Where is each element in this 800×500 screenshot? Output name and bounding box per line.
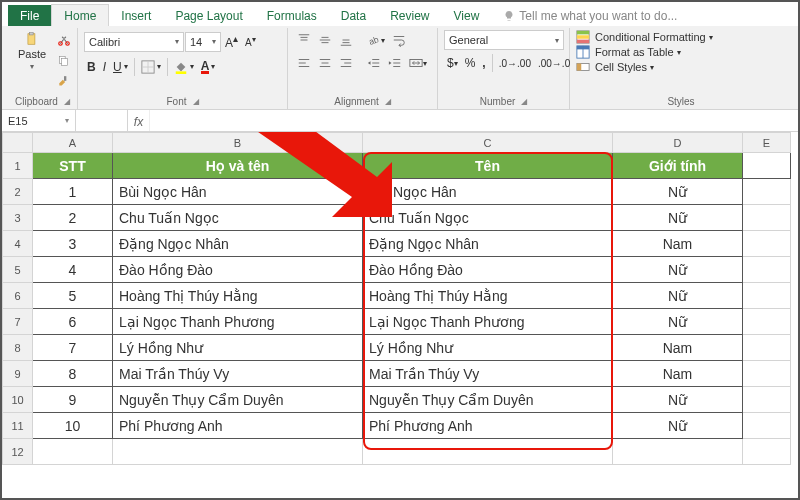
cell-stt[interactable]: 6	[33, 309, 113, 335]
cell-sex[interactable]: Nam	[613, 335, 743, 361]
cell-ten[interactable]: Đặng Ngọc Nhân	[363, 231, 613, 257]
increase-indent-button[interactable]	[385, 53, 405, 73]
row-header[interactable]: 6	[3, 283, 33, 309]
row-header[interactable]: 4	[3, 231, 33, 257]
cell-stt[interactable]: 2	[33, 205, 113, 231]
increase-decimal-button[interactable]: .0→.00	[496, 55, 534, 72]
cell-sex[interactable]: Nữ	[613, 205, 743, 231]
cell-ten[interactable]: Đào Hồng Đào	[363, 257, 613, 283]
cell-name[interactable]: Chu Tuấn Ngọc	[113, 205, 363, 231]
tell-me[interactable]: Tell me what you want to do...	[491, 5, 689, 26]
cell[interactable]	[33, 439, 113, 465]
col-header-B[interactable]: B	[113, 133, 363, 153]
underline-button[interactable]: U▾	[110, 57, 131, 77]
header-hovaten[interactable]: Họ và tên	[113, 153, 363, 179]
decrease-indent-button[interactable]	[364, 53, 384, 73]
cell-sex[interactable]: Nữ	[613, 283, 743, 309]
cell-name[interactable]: Đặng Ngọc Nhân	[113, 231, 363, 257]
wrap-text-button[interactable]	[389, 30, 409, 50]
cell[interactable]	[743, 205, 791, 231]
cell[interactable]	[613, 439, 743, 465]
comma-format-button[interactable]: ,	[479, 53, 488, 73]
col-header-C[interactable]: C	[363, 133, 613, 153]
font-name-select[interactable]: Calibri▾	[84, 32, 184, 52]
cell[interactable]	[113, 439, 363, 465]
cell[interactable]	[743, 387, 791, 413]
cell[interactable]	[743, 283, 791, 309]
cell-stt[interactable]: 1	[33, 179, 113, 205]
tab-file[interactable]: File	[8, 5, 51, 26]
cell[interactable]	[743, 413, 791, 439]
cell[interactable]	[743, 257, 791, 283]
cell-ten[interactable]: Mai Trần Thúy Vy	[363, 361, 613, 387]
cell-sex[interactable]: Nữ	[613, 413, 743, 439]
cell-ten[interactable]: Nguyễn Thụy Cẩm Duyên	[363, 387, 613, 413]
cell-stt[interactable]: 10	[33, 413, 113, 439]
tab-view[interactable]: View	[442, 5, 492, 26]
dialog-launcher-icon[interactable]: ◢	[385, 97, 391, 106]
tab-review[interactable]: Review	[378, 5, 441, 26]
row-header[interactable]: 8	[3, 335, 33, 361]
cell[interactable]	[743, 439, 791, 465]
align-top-button[interactable]	[294, 30, 314, 50]
cell[interactable]	[743, 179, 791, 205]
cell[interactable]	[743, 361, 791, 387]
cell[interactable]	[363, 439, 613, 465]
cell-name[interactable]: Nguyễn Thụy Cẩm Duyên	[113, 387, 363, 413]
cell-sex[interactable]: Nữ	[613, 257, 743, 283]
cell[interactable]	[743, 309, 791, 335]
cell-name[interactable]: Mai Trần Thúy Vy	[113, 361, 363, 387]
align-middle-button[interactable]	[315, 30, 335, 50]
orientation-button[interactable]: ab▾	[364, 30, 388, 50]
cell-name[interactable]: Phí Phương Anh	[113, 413, 363, 439]
align-left-button[interactable]	[294, 53, 314, 73]
col-header-A[interactable]: A	[33, 133, 113, 153]
cell-stt[interactable]: 4	[33, 257, 113, 283]
cell-stt[interactable]: 8	[33, 361, 113, 387]
cell-name[interactable]: Lý Hồng Như	[113, 335, 363, 361]
tab-page-layout[interactable]: Page Layout	[163, 5, 254, 26]
cell[interactable]	[743, 231, 791, 257]
align-bottom-button[interactable]	[336, 30, 356, 50]
dialog-launcher-icon[interactable]: ◢	[521, 97, 527, 106]
tab-formulas[interactable]: Formulas	[255, 5, 329, 26]
cell-name[interactable]: Hoàng Thị Thúy Hằng	[113, 283, 363, 309]
cell[interactable]	[743, 335, 791, 361]
cell-ten[interactable]: Lý Hồng Như	[363, 335, 613, 361]
align-right-button[interactable]	[336, 53, 356, 73]
tab-home[interactable]: Home	[51, 4, 109, 26]
cell-ten[interactable]: Chu Tuấn Ngọc	[363, 205, 613, 231]
row-header[interactable]: 7	[3, 309, 33, 335]
fx-button[interactable]: fx	[128, 110, 150, 131]
cell-sex[interactable]: Nam	[613, 231, 743, 257]
font-size-select[interactable]: 14▾	[185, 32, 221, 52]
cell-ten[interactable]: Hoàng Thị Thúy Hằng	[363, 283, 613, 309]
col-header-D[interactable]: D	[613, 133, 743, 153]
cell-name[interactable]: Bùi Ngọc Hân	[113, 179, 363, 205]
fill-color-button[interactable]: ▾	[171, 57, 197, 77]
header-stt[interactable]: STT	[33, 153, 113, 179]
conditional-formatting-button[interactable]: Conditional Formatting▾	[576, 30, 713, 44]
cell-stt[interactable]: 3	[33, 231, 113, 257]
row-header[interactable]: 5	[3, 257, 33, 283]
cell-sex[interactable]: Nữ	[613, 179, 743, 205]
cell-stt[interactable]: 7	[33, 335, 113, 361]
row-header[interactable]: 1	[3, 153, 33, 179]
tab-insert[interactable]: Insert	[109, 5, 163, 26]
cell[interactable]	[743, 153, 791, 179]
decrease-decimal-button[interactable]: .00→.0	[535, 55, 573, 72]
copy-button[interactable]	[54, 51, 74, 71]
cell-stt[interactable]: 9	[33, 387, 113, 413]
number-format-select[interactable]: General▾	[444, 30, 564, 50]
header-ten[interactable]: Tên	[363, 153, 613, 179]
cell-styles-button[interactable]: Cell Styles▾	[576, 60, 654, 74]
cut-button[interactable]	[54, 30, 74, 50]
paste-button[interactable]: Paste ▾	[14, 30, 50, 73]
header-gioitinh[interactable]: Giới tính	[613, 153, 743, 179]
row-header[interactable]: 9	[3, 361, 33, 387]
row-header[interactable]: 3	[3, 205, 33, 231]
dialog-launcher-icon[interactable]: ◢	[193, 97, 199, 106]
cell-ten[interactable]: Phí Phương Anh	[363, 413, 613, 439]
increase-font-button[interactable]: A▴	[222, 30, 241, 53]
percent-format-button[interactable]: %	[462, 53, 479, 73]
